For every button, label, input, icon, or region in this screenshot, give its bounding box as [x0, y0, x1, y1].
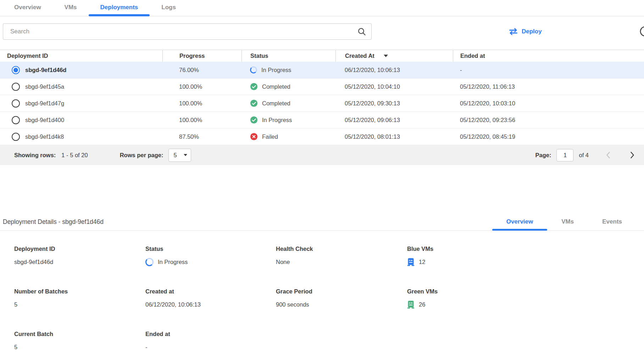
table-row[interactable]: sbgd-9ef1d47g 100.00% Completed 05/12/20… [0, 95, 644, 112]
deploy-button[interactable]: Deploy [506, 23, 544, 40]
field-grace-period: Grace Period 900 seconds [276, 288, 407, 309]
sort-desc-icon [384, 55, 388, 57]
field-deployment-id: Deployment ID sbgd-9ef1d46d [14, 246, 145, 266]
status-label: In Progress [262, 117, 292, 123]
field-number-of-batches: Number of Batches 5 [14, 288, 145, 309]
caret-down-icon [184, 154, 187, 156]
ended-at-cell: 05/12/2020, 08:45:19 [453, 128, 644, 145]
top-tab-bar: Overview VMs Deployments Logs [0, 0, 644, 16]
tab-overview[interactable]: Overview [2, 4, 53, 16]
details-tab-bar: Overview VMs Events [492, 218, 644, 230]
deployment-id-cell: sbgd-9ef1d400 [25, 117, 64, 123]
ended-at-cell: 05/12/2020, 11:06:13 [453, 78, 644, 95]
row-radio[interactable] [12, 83, 20, 91]
completed-icon [250, 83, 258, 90]
progress-cell: 100.00% [162, 78, 242, 95]
status-label: In Progress [261, 67, 291, 73]
failed-icon [250, 133, 258, 141]
column-header-progress[interactable]: Progress [162, 50, 242, 62]
search-box [3, 23, 372, 40]
column-header-status[interactable]: Status [242, 50, 335, 62]
table-row[interactable]: sbgd-9ef1d45a 100.00% Completed 05/12/20… [0, 78, 644, 95]
column-header-ended-at[interactable]: Ended at [453, 50, 644, 62]
status-cell: In Progress [242, 62, 335, 78]
details-header: Deployment Details - sbgd-9ef1d46d Overv… [0, 206, 644, 231]
progress-cell: 76.00% [162, 62, 242, 78]
table-body: sbgd-9ef1d46d 76.00% In Progress 06/12/2… [0, 62, 644, 145]
ended-at-cell: 05/12/2020, 09:23:56 [453, 112, 644, 128]
rows-per-page-select[interactable]: 5 [168, 149, 191, 162]
search-input[interactable] [10, 28, 357, 35]
details-tab-vms[interactable]: VMs [547, 218, 588, 230]
completed-icon [250, 99, 258, 107]
column-header-created-at[interactable]: Created At [335, 50, 453, 62]
page-input[interactable] [556, 149, 573, 161]
field-green-vms: Green VMs 26 [407, 288, 644, 309]
status-label: Completed [262, 83, 290, 90]
in-progress-icon [145, 258, 154, 266]
details-tab-events[interactable]: Events [588, 218, 636, 230]
vm-blue-icon [407, 258, 415, 266]
vm-green-icon [407, 301, 415, 309]
table-header-row: Deployment ID Progress Status Created At… [0, 50, 644, 62]
created-at-cell: 05/12/2020, 08:01:13 [335, 128, 453, 145]
completed-icon [250, 116, 258, 124]
rows-per-page-label: Rows per page: [120, 152, 163, 159]
showing-rows-value: 1 - 5 of 20 [61, 152, 88, 159]
status-cell: Failed [242, 128, 335, 145]
table-footer: Showing rows: 1 - 5 of 20 Rows per page:… [0, 145, 644, 165]
details-grid: Deployment ID sbgd-9ef1d46d Status In Pr… [0, 231, 644, 351]
progress-cell: 100.00% [162, 95, 242, 111]
row-radio-selected[interactable] [12, 66, 20, 74]
deploy-swap-icon [509, 28, 518, 35]
deployment-id-cell: sbgd-9ef1d46d [25, 67, 66, 73]
deployments-table: Deployment ID Progress Status Created At… [0, 50, 644, 165]
page-label: Page: [535, 152, 551, 159]
tab-logs[interactable]: Logs [150, 4, 188, 16]
table-row[interactable]: sbgd-9ef1d46d 76.00% In Progress 06/12/2… [0, 62, 644, 78]
field-ended-at: Ended at - [145, 331, 276, 351]
page-total: of 4 [579, 152, 589, 159]
deploy-label: Deploy [522, 28, 542, 35]
search-icon[interactable] [357, 27, 366, 36]
field-health-check: Health Check None [276, 246, 407, 266]
toolbar: Deploy [0, 23, 644, 40]
prev-page-button[interactable] [606, 152, 610, 159]
tab-deployments[interactable]: Deployments [89, 4, 150, 16]
showing-rows-label: Showing rows: [14, 152, 56, 159]
ended-at-cell: - [453, 62, 644, 78]
status-cell: Completed [242, 95, 335, 111]
deployment-id-cell: sbgd-9ef1d45a [25, 83, 64, 90]
created-at-cell: 06/12/2020, 10:06:13 [335, 62, 453, 78]
deployment-details-section: Deployment Details - sbgd-9ef1d46d Overv… [0, 206, 644, 351]
next-page-button[interactable] [630, 152, 635, 159]
table-row[interactable]: sbgd-9ef1d400 100.00% In Progress 05/12/… [0, 112, 644, 128]
deployment-id-cell: sbgd-9ef1d47g [25, 100, 64, 107]
progress-cell: 100.00% [162, 112, 242, 128]
status-cell: In Progress [242, 112, 335, 128]
status-label: Completed [262, 100, 290, 107]
column-header-deployment-id[interactable]: Deployment ID [0, 50, 162, 62]
created-at-cell: 05/12/2020, 09:30:13 [335, 95, 453, 111]
row-radio[interactable] [12, 116, 20, 124]
field-created-at: Created at 06/12/2020, 10:06:13 [145, 288, 276, 309]
tab-vms[interactable]: VMs [53, 4, 89, 16]
rows-per-page-value: 5 [174, 152, 177, 159]
field-current-batch: Current Batch 5 [14, 331, 145, 351]
progress-cell: 87.50% [162, 128, 242, 145]
row-radio[interactable] [12, 133, 20, 141]
table-row[interactable]: sbgd-9ef1d4k8 87.50% Failed 05/12/2020, … [0, 128, 644, 145]
status-label: Failed [262, 133, 278, 140]
status-cell: Completed [242, 78, 335, 95]
refresh-icon[interactable] [637, 25, 644, 38]
details-title: Deployment Details - sbgd-9ef1d46d [3, 218, 104, 230]
deployment-id-cell: sbgd-9ef1d4k8 [25, 133, 64, 140]
created-at-cell: 05/12/2020, 10:04:10 [335, 78, 453, 95]
field-blue-vms: Blue VMs 12 [407, 246, 644, 266]
created-at-cell: 05/12/2020, 09:06:13 [335, 112, 453, 128]
row-radio[interactable] [12, 99, 20, 108]
field-status: Status In Progress [145, 246, 276, 266]
ended-at-cell: 05/12/2020, 10:03:10 [453, 95, 644, 111]
in-progress-icon [250, 66, 257, 73]
details-tab-overview[interactable]: Overview [492, 218, 548, 230]
